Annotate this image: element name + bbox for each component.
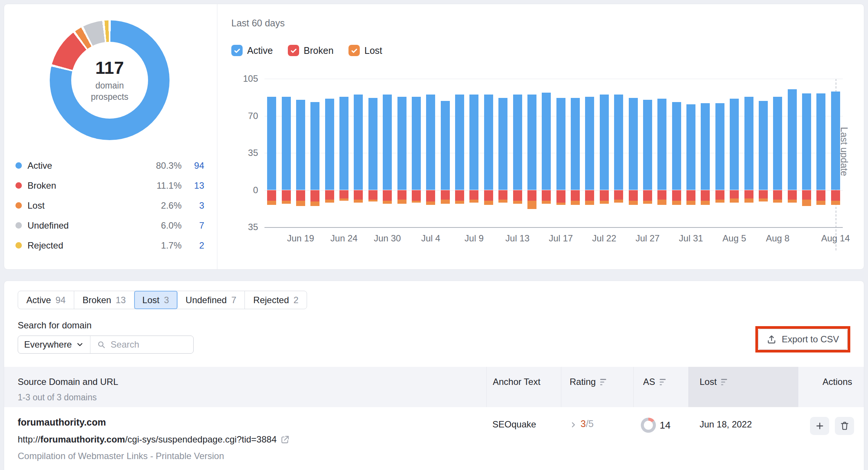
- bar-lost[interactable]: [412, 201, 421, 203]
- bar-lost[interactable]: [773, 200, 782, 203]
- tab-undefined[interactable]: Undefined7: [177, 291, 245, 309]
- bar-active[interactable]: [816, 93, 825, 190]
- domain-prospects-donut-chart[interactable]: 117 domain prospects: [50, 20, 170, 140]
- bar-active[interactable]: [484, 95, 493, 190]
- filter-active[interactable]: Active: [231, 45, 273, 56]
- bar-lost[interactable]: [816, 201, 825, 205]
- bar-broken[interactable]: [715, 190, 724, 200]
- bar-broken[interactable]: [816, 190, 825, 201]
- search-scope-dropdown[interactable]: Everywhere: [18, 336, 90, 353]
- bar-active[interactable]: [339, 97, 348, 190]
- bar-broken[interactable]: [484, 190, 493, 201]
- bar-lost[interactable]: [469, 200, 478, 203]
- bar-lost[interactable]: [383, 201, 392, 204]
- bar-lost[interactable]: [759, 198, 768, 201]
- tab-rejected[interactable]: Rejected2: [245, 291, 307, 309]
- bar-active[interactable]: [325, 99, 334, 190]
- bar-active[interactable]: [831, 92, 840, 190]
- bar-active[interactable]: [310, 102, 319, 190]
- bar-broken[interactable]: [296, 190, 305, 201]
- bar-broken[interactable]: [339, 190, 348, 199]
- bar-active[interactable]: [643, 100, 652, 190]
- bar-broken[interactable]: [744, 190, 753, 199]
- bar-broken[interactable]: [282, 190, 291, 201]
- bar-active[interactable]: [657, 99, 666, 190]
- bar-active[interactable]: [686, 104, 695, 190]
- bar-active[interactable]: [802, 93, 811, 190]
- export-to-csv-button[interactable]: Export to CSV: [758, 329, 848, 350]
- tab-lost[interactable]: Lost3: [134, 291, 178, 309]
- bar-broken[interactable]: [600, 190, 609, 201]
- bar-active[interactable]: [469, 95, 478, 190]
- bar-lost[interactable]: [643, 201, 652, 204]
- bar-active[interactable]: [527, 95, 536, 190]
- bar-active[interactable]: [701, 103, 710, 190]
- bar-active[interactable]: [296, 100, 305, 190]
- search-input[interactable]: [110, 339, 186, 350]
- bar-active[interactable]: [571, 98, 580, 190]
- checkbox-checked-icon[interactable]: [348, 45, 360, 56]
- bar-lost[interactable]: [629, 201, 638, 205]
- bar-broken[interactable]: [614, 190, 623, 200]
- bar-lost[interactable]: [585, 201, 594, 205]
- bar-broken[interactable]: [571, 190, 580, 201]
- bar-active[interactable]: [759, 101, 768, 190]
- external-link-icon[interactable]: [280, 435, 290, 444]
- bar-active[interactable]: [542, 93, 551, 190]
- bar-active[interactable]: [556, 98, 565, 190]
- legend-count-link[interactable]: 2: [182, 240, 204, 251]
- bar-active[interactable]: [600, 95, 609, 190]
- bar-active[interactable]: [672, 102, 681, 190]
- bar-broken[interactable]: [556, 190, 565, 203]
- bar-lost[interactable]: [484, 201, 493, 205]
- column-rating[interactable]: Rating: [561, 367, 633, 407]
- filter-lost[interactable]: Lost: [348, 45, 382, 56]
- bar-broken[interactable]: [354, 190, 363, 200]
- bar-broken[interactable]: [527, 190, 536, 201]
- bar-lost[interactable]: [426, 201, 435, 204]
- bar-broken[interactable]: [730, 190, 739, 199]
- bar-broken[interactable]: [412, 190, 421, 201]
- bar-lost[interactable]: [310, 201, 319, 206]
- bar-active[interactable]: [426, 95, 435, 190]
- bar-broken[interactable]: [542, 190, 551, 201]
- bar-broken[interactable]: [498, 190, 507, 200]
- bar-broken[interactable]: [831, 190, 840, 201]
- column-as[interactable]: AS: [633, 367, 688, 407]
- bar-lost[interactable]: [441, 200, 450, 204]
- bar-broken[interactable]: [441, 190, 450, 200]
- bar-active[interactable]: [455, 95, 464, 190]
- delete-button[interactable]: [835, 417, 854, 435]
- bar-lost[interactable]: [672, 201, 681, 205]
- tab-broken[interactable]: Broken13: [74, 291, 134, 309]
- bar-lost[interactable]: [556, 203, 565, 205]
- bar-active[interactable]: [354, 95, 363, 190]
- bar-active[interactable]: [513, 95, 522, 190]
- bar-broken[interactable]: [643, 190, 652, 201]
- bar-lost[interactable]: [614, 200, 623, 203]
- bar-broken[interactable]: [310, 190, 319, 202]
- legend-count-link[interactable]: 7: [182, 220, 204, 231]
- sort-icon[interactable]: [600, 379, 606, 385]
- bar-lost[interactable]: [455, 201, 464, 204]
- bar-active[interactable]: [715, 103, 724, 190]
- bar-active[interactable]: [397, 97, 406, 190]
- bar-active[interactable]: [441, 101, 450, 190]
- column-lost-sorted[interactable]: Lost: [688, 367, 798, 407]
- bar-lost[interactable]: [397, 200, 406, 204]
- bar-active[interactable]: [629, 98, 638, 190]
- bar-lost[interactable]: [542, 201, 551, 204]
- bar-active[interactable]: [744, 97, 753, 190]
- bar-broken[interactable]: [383, 190, 392, 201]
- bar-broken[interactable]: [469, 190, 478, 200]
- bar-lost[interactable]: [744, 198, 753, 203]
- bar-broken[interactable]: [325, 190, 334, 200]
- add-to-list-button[interactable]: [810, 417, 829, 435]
- bar-lost[interactable]: [296, 201, 305, 206]
- bar-active[interactable]: [730, 99, 739, 190]
- legend-count-link[interactable]: 13: [182, 180, 204, 191]
- bar-broken[interactable]: [773, 190, 782, 200]
- bar-broken[interactable]: [759, 190, 768, 199]
- bar-broken[interactable]: [629, 190, 638, 201]
- filter-broken[interactable]: Broken: [288, 45, 333, 56]
